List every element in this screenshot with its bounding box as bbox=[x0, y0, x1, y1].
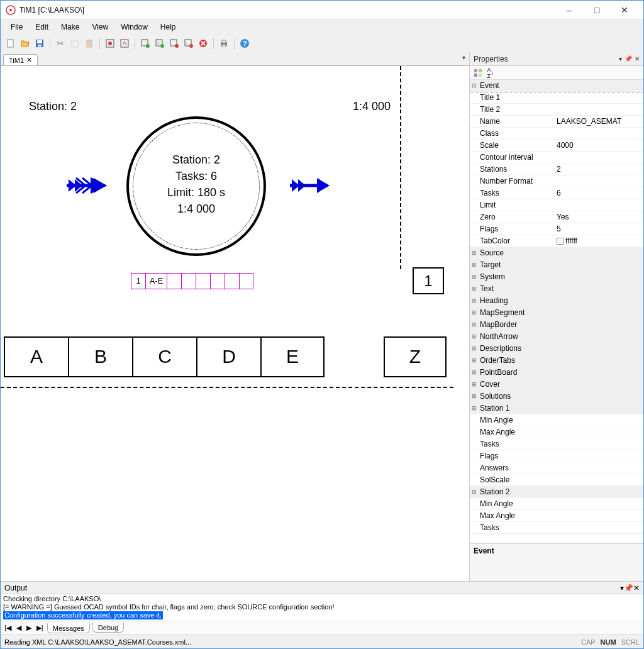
prop-row[interactable]: Title 2 bbox=[470, 104, 643, 116]
prop-row[interactable]: Tasks bbox=[470, 438, 643, 450]
expand-icon[interactable]: ⊞ bbox=[470, 309, 479, 316]
save-icon[interactable] bbox=[33, 37, 46, 50]
expand-icon[interactable]: ⊞ bbox=[470, 345, 479, 352]
prop-row[interactable]: Scale4000 bbox=[470, 140, 643, 152]
prop-row[interactable]: Answers bbox=[470, 462, 643, 474]
open-icon[interactable] bbox=[19, 37, 31, 50]
tab-debug[interactable]: Debug bbox=[92, 623, 124, 633]
prop-categorized-icon[interactable] bbox=[472, 67, 484, 79]
prop-row[interactable]: Contour interval bbox=[470, 152, 643, 164]
expand-icon[interactable]: ⊞ bbox=[470, 381, 479, 387]
tool-f-icon[interactable]: - bbox=[182, 37, 195, 50]
new-file-icon[interactable] bbox=[4, 37, 17, 50]
output-tabs: |◀ ◀ ▶ ▶| Messages Debug bbox=[1, 621, 643, 635]
paste-icon[interactable] bbox=[83, 37, 96, 50]
output-text[interactable]: Checking directory C:\LAAKSO\ [= WARNING… bbox=[1, 594, 643, 621]
prop-row[interactable]: Class bbox=[470, 128, 643, 140]
minimize-button[interactable]: – bbox=[555, 1, 583, 19]
tool-a-icon[interactable] bbox=[104, 37, 116, 50]
prop-category[interactable]: ⊞Descriptions bbox=[470, 343, 643, 355]
doc-tabs-dropdown-icon[interactable]: ▾ bbox=[462, 54, 465, 61]
panel-dropdown-icon[interactable]: ▾ bbox=[619, 55, 622, 62]
prop-row[interactable]: Flags5 bbox=[470, 223, 643, 235]
prop-row[interactable]: Min Angle bbox=[470, 498, 643, 510]
close-button[interactable]: ✕ bbox=[611, 1, 638, 19]
tab-nav-last-icon[interactable]: ▶| bbox=[35, 624, 45, 632]
prop-category[interactable]: ⊞Heading bbox=[470, 295, 643, 307]
expand-icon[interactable]: ⊟ bbox=[470, 82, 479, 89]
properties-panel: Properties ▾ 📌 ✕ AZ↓ ⊟Event Title 1Title… bbox=[469, 52, 643, 581]
print-icon[interactable] bbox=[218, 37, 230, 50]
stop-icon[interactable] bbox=[197, 37, 209, 50]
window-title: TiM1 [C:\LAAKSO\] bbox=[19, 6, 555, 14]
prop-sort-icon[interactable]: AZ↓ bbox=[485, 67, 496, 79]
copy-icon[interactable] bbox=[69, 37, 81, 50]
prop-row[interactable]: NameLAAKSO_ASEMAT bbox=[470, 116, 643, 128]
prop-category[interactable]: ⊞Source bbox=[470, 247, 643, 259]
design-canvas[interactable]: Station: 2 1:4 000 Station: 2 Tasks: 6 L… bbox=[1, 66, 469, 581]
prop-row[interactable]: Number Format bbox=[470, 175, 643, 187]
prop-category[interactable]: ⊞System bbox=[470, 271, 643, 283]
expand-icon[interactable]: ⊞ bbox=[470, 393, 479, 399]
svg-rect-12 bbox=[121, 40, 128, 47]
panel-close-icon[interactable]: ✕ bbox=[635, 55, 640, 62]
menu-make[interactable]: Make bbox=[55, 21, 86, 33]
expand-icon[interactable]: ⊞ bbox=[470, 262, 479, 268]
menu-view[interactable]: View bbox=[86, 21, 114, 33]
expand-icon[interactable]: ⊞ bbox=[470, 357, 479, 363]
expand-icon[interactable]: ⊞ bbox=[470, 286, 479, 292]
menu-window[interactable]: Window bbox=[114, 21, 154, 33]
prop-row[interactable]: Stations2 bbox=[470, 164, 643, 175]
menu-edit[interactable]: Edit bbox=[29, 21, 55, 33]
prop-row[interactable]: ZeroYes bbox=[470, 211, 643, 223]
tool-b-icon[interactable] bbox=[118, 37, 131, 50]
prop-row[interactable]: Max Angle bbox=[470, 426, 643, 438]
prop-category[interactable]: ⊞MapSegment bbox=[470, 307, 643, 319]
prop-row[interactable]: Tasks bbox=[470, 522, 643, 534]
properties-grid[interactable]: ⊟Event Title 1Title 2NameLAAKSO_ASEMATCl… bbox=[470, 80, 643, 543]
expand-icon[interactable]: ⊞ bbox=[470, 369, 479, 375]
tool-d-icon[interactable]: + bbox=[153, 37, 166, 50]
prop-row[interactable]: SolScale bbox=[470, 474, 643, 486]
expand-icon[interactable]: ⊞ bbox=[470, 333, 479, 340]
prop-category[interactable]: ⊞Solutions bbox=[470, 391, 643, 402]
menu-file[interactable]: File bbox=[4, 21, 29, 33]
panel-pin-icon[interactable]: 📌 bbox=[625, 55, 632, 62]
prop-row[interactable]: Max Angle bbox=[470, 510, 643, 522]
tool-e-icon[interactable] bbox=[168, 37, 180, 50]
doc-tab-tim1[interactable]: TiM1 ✕ bbox=[3, 54, 38, 65]
prop-category[interactable]: ⊞Target bbox=[470, 259, 643, 271]
tab-nav-prev-icon[interactable]: ◀ bbox=[15, 624, 23, 632]
prop-category[interactable]: ⊞PointBoard bbox=[470, 367, 643, 379]
doc-tab-close-icon[interactable]: ✕ bbox=[26, 56, 32, 64]
menu-help[interactable]: Help bbox=[154, 21, 182, 33]
tool-c-icon[interactable] bbox=[139, 37, 152, 50]
prop-category[interactable]: ⊞MapBorder bbox=[470, 319, 643, 331]
prop-category[interactable]: ⊞OrderTabs bbox=[470, 355, 643, 367]
expand-icon[interactable]: ⊞ bbox=[470, 250, 479, 256]
help-icon[interactable]: ? bbox=[238, 37, 251, 50]
prop-category[interactable]: ⊞Text bbox=[470, 283, 643, 295]
output-close-icon[interactable]: ✕ bbox=[633, 584, 640, 592]
prop-row[interactable]: Title 1 bbox=[470, 92, 643, 104]
expand-icon[interactable]: ⊟ bbox=[470, 489, 479, 495]
expand-icon[interactable]: ⊟ bbox=[470, 405, 479, 411]
prop-row[interactable]: TabColorffffff bbox=[470, 235, 643, 247]
tab-messages[interactable]: Messages bbox=[47, 623, 90, 633]
output-pin-icon[interactable]: 📌 bbox=[624, 584, 633, 592]
tab-nav-next-icon[interactable]: ▶ bbox=[25, 624, 33, 632]
properties-toolbar: AZ↓ bbox=[470, 66, 643, 80]
prop-row[interactable]: Limit bbox=[470, 199, 643, 211]
expand-icon[interactable]: ⊞ bbox=[470, 321, 479, 328]
expand-icon[interactable]: ⊞ bbox=[470, 274, 479, 280]
maximize-button[interactable]: □ bbox=[583, 1, 611, 19]
prop-row[interactable]: Tasks6 bbox=[470, 187, 643, 199]
prop-category[interactable]: ⊞Cover bbox=[470, 379, 643, 391]
tab-nav-first-icon[interactable]: |◀ bbox=[3, 624, 13, 632]
cut-icon[interactable]: ✂ bbox=[54, 37, 67, 50]
prop-row[interactable]: Flags bbox=[470, 450, 643, 462]
svg-text:?: ? bbox=[243, 40, 247, 47]
expand-icon[interactable]: ⊞ bbox=[470, 297, 479, 304]
prop-row[interactable]: Min Angle bbox=[470, 414, 643, 426]
prop-category[interactable]: ⊞NorthArrow bbox=[470, 331, 643, 343]
